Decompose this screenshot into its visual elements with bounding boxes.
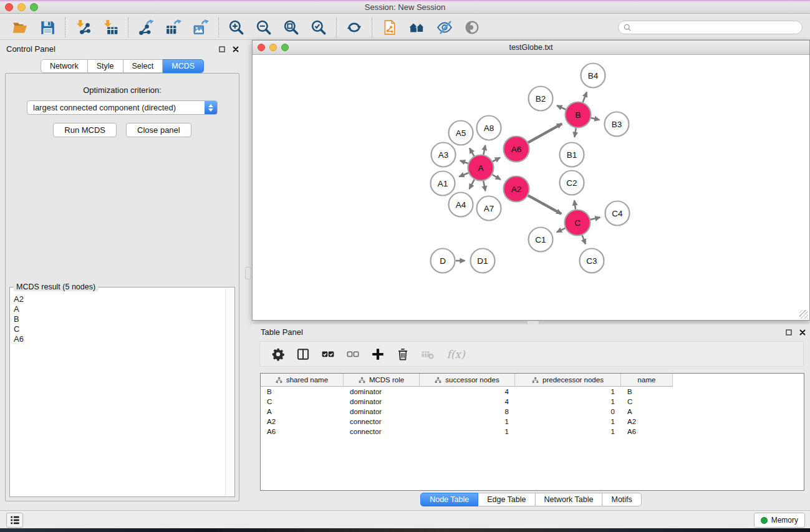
tab-style[interactable]: Style — [88, 59, 123, 73]
node-B2[interactable]: B2 — [529, 87, 553, 111]
node-D1[interactable]: D1 — [471, 249, 495, 273]
edge-A-A3[interactable] — [460, 160, 468, 163]
maximize-window-button[interactable] — [30, 3, 38, 11]
export-table-button[interactable] — [164, 18, 183, 37]
export-network-button[interactable] — [137, 18, 155, 37]
node-C4[interactable]: C4 — [605, 201, 630, 226]
node-A4[interactable]: A4 — [449, 193, 473, 217]
node-A[interactable]: A — [468, 155, 494, 181]
zoom-in-button[interactable] — [227, 18, 246, 37]
toggle-column-view-button[interactable] — [296, 347, 311, 362]
tab-node-table[interactable]: Node Table — [420, 493, 478, 506]
unselect-all-rows-button[interactable] — [345, 347, 360, 362]
node-A1[interactable]: A1 — [431, 172, 455, 196]
table-panel-float-button[interactable] — [784, 328, 793, 336]
node-A8[interactable]: A8 — [477, 116, 501, 140]
refresh-button[interactable] — [345, 18, 364, 37]
mcds-result-list[interactable]: A2ABCA6 — [10, 291, 224, 495]
node-B3[interactable]: B3 — [605, 112, 629, 137]
mcds-result-item[interactable]: C — [14, 324, 224, 334]
mcds-result-item[interactable]: A6 — [14, 334, 224, 344]
zoom-out-button[interactable] — [254, 18, 273, 37]
mcds-result-item[interactable]: B — [14, 314, 224, 324]
search-input[interactable] — [632, 22, 802, 32]
node-A6[interactable]: A6 — [504, 137, 529, 162]
edge-C-C4[interactable] — [591, 218, 600, 220]
criterion-dropdown[interactable]: largest connected component (directed) — [27, 100, 218, 115]
network-resize-grip[interactable] — [799, 310, 808, 319]
column-header-name[interactable]: name — [621, 374, 673, 387]
column-header-shared-name[interactable]: shared name — [261, 374, 344, 387]
edge-B-B3[interactable] — [591, 118, 599, 120]
control-panel-float-button[interactable] — [218, 45, 226, 53]
edge-A2-C[interactable] — [528, 195, 561, 213]
tab-motifs[interactable]: Motifs — [602, 493, 641, 506]
column-header-predecessor-nodes[interactable]: predecessor nodes — [515, 374, 621, 387]
import-network-button[interactable] — [74, 18, 92, 37]
node-C3[interactable]: C3 — [580, 249, 604, 273]
select-all-rows-button[interactable] — [321, 347, 335, 362]
edge-B-B4[interactable] — [583, 92, 587, 102]
edge-C-C1[interactable] — [557, 228, 566, 232]
zoom-fit-button[interactable] — [282, 18, 301, 37]
column-header-MCDS-role[interactable]: MCDS role — [344, 374, 420, 387]
network-maximize-button[interactable] — [281, 44, 289, 51]
node-C2[interactable]: C2 — [560, 171, 584, 195]
open-file-button[interactable] — [11, 18, 29, 37]
network-minimize-button[interactable] — [269, 44, 277, 51]
vertical-splitter-handle[interactable] — [245, 267, 251, 279]
mcds-result-scrollbar[interactable] — [225, 288, 234, 496]
edge-B-B2[interactable] — [557, 105, 566, 109]
tab-edge-table[interactable]: Edge Table — [478, 493, 535, 506]
zoom-selected-button[interactable] — [309, 18, 328, 37]
import-table-button[interactable] — [101, 18, 120, 37]
edge-A-A7[interactable] — [483, 181, 485, 191]
node-B[interactable]: B — [566, 102, 591, 128]
edge-A-A6[interactable] — [493, 158, 500, 162]
search-box[interactable] — [618, 21, 803, 34]
network-window-titlebar[interactable]: testGlobe.txt — [253, 41, 809, 55]
table-row-A[interactable]: Adominator80A — [261, 407, 804, 417]
edge-A-A4[interactable] — [470, 180, 475, 189]
table-row-A2[interactable]: A2connector11A2 — [261, 417, 804, 427]
hide-eye-button[interactable] — [435, 18, 454, 37]
minimize-window-button[interactable] — [17, 3, 26, 11]
edge-A6-B[interactable] — [528, 123, 562, 142]
tab-select[interactable]: Select — [123, 59, 163, 73]
node-D[interactable]: D — [431, 249, 455, 273]
table-settings-button[interactable] — [271, 347, 286, 362]
mcds-result-item[interactable]: A2 — [14, 294, 224, 304]
mcds-result-item[interactable]: A — [14, 304, 224, 314]
edge-A-A1[interactable] — [459, 173, 468, 177]
add-column-button[interactable] — [370, 347, 385, 362]
network-close-button[interactable] — [258, 44, 265, 51]
edge-A-A8[interactable] — [483, 145, 485, 155]
app-manager-button[interactable] — [380, 18, 399, 37]
run-mcds-button[interactable]: Run MCDS — [53, 123, 117, 137]
table-panel-close-button[interactable] — [798, 328, 806, 336]
show-eye-button[interactable] — [463, 18, 481, 37]
edge-B-B1[interactable] — [574, 128, 576, 137]
node-B1[interactable]: B1 — [560, 143, 584, 167]
tab-network-table[interactable]: Network Table — [536, 493, 603, 506]
table-row-C[interactable]: Cdominator41C — [261, 397, 804, 407]
task-history-button[interactable] — [6, 513, 23, 528]
node-C1[interactable]: C1 — [529, 228, 553, 252]
table-row-B[interactable]: Bdominator41B — [261, 387, 804, 397]
tab-mcds[interactable]: MCDS — [163, 59, 204, 73]
edge-C-C2[interactable] — [574, 200, 576, 210]
export-image-button[interactable] — [191, 18, 210, 37]
node-A2[interactable]: A2 — [504, 177, 529, 202]
close-window-button[interactable] — [5, 3, 13, 11]
memory-button[interactable]: Memory — [754, 513, 805, 528]
node-A5[interactable]: A5 — [449, 121, 473, 145]
network-canvas[interactable]: B4B2BB3A8A5A6A3B1AA1C2A2A4A7C4CC1C3DD1 — [253, 56, 809, 320]
control-panel-close-button[interactable] — [231, 45, 239, 53]
home-button[interactable] — [408, 18, 427, 37]
close-panel-button[interactable]: Close panel — [126, 123, 191, 137]
edge-A-A2[interactable] — [493, 175, 501, 180]
edge-C-C3[interactable] — [582, 235, 586, 244]
node-C[interactable]: C — [565, 210, 591, 236]
delete-column-button[interactable] — [395, 347, 410, 362]
network-graph[interactable]: B4B2BB3A8A5A6A3B1AA1C2A2A4A7C4CC1C3DD1 — [253, 56, 809, 320]
